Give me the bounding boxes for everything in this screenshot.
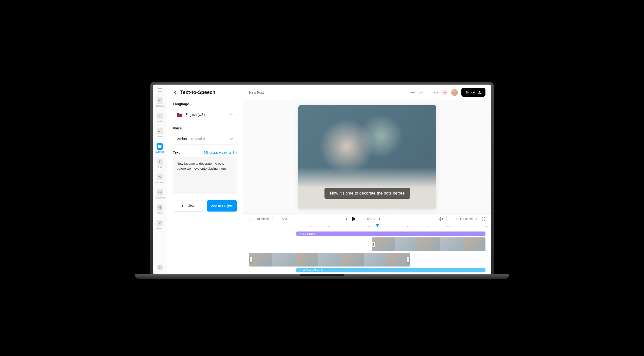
sidebar-item-media[interactable]: Media [156,113,163,122]
add-to-project-button[interactable]: Add to Project [207,200,237,212]
text-icon: T [156,158,163,165]
project-title[interactable]: New Post [249,90,264,94]
topbar: New Post Invite SK Export [243,85,491,100]
user-avatar[interactable] [451,89,458,96]
svg-rect-11 [303,233,306,235]
ruler-tick: 35 [387,225,390,228]
skip-back-button[interactable] [344,218,347,220]
filters-icon [156,204,163,211]
preview-area: Now it's time to decorate the pots befor… [243,100,491,214]
ruler-tick: 5 [269,225,270,228]
undo-button[interactable] [411,91,416,94]
collaborator-avatar[interactable]: SK [442,89,448,95]
split-button[interactable]: Split [277,217,287,221]
sidebar-item-transitions[interactable]: Transitions [154,189,165,199]
plus-icon: + [249,217,253,221]
sidebar-item-audio[interactable]: Audio [156,128,163,138]
ruler-tick: 60 [486,225,488,228]
language-dropdown[interactable]: English (US) [173,109,237,120]
pencil-icon [156,220,163,226]
video-clip-2[interactable] [372,237,486,251]
ruler-tick: 25 [348,225,350,228]
ruler-tick: 45 [426,225,429,228]
zoom-out-button[interactable]: − [450,217,454,221]
ruler-tick: 50 [446,225,448,228]
video-preview[interactable]: Now it's time to decorate the pots befor… [298,105,436,209]
svg-rect-10 [279,218,280,220]
svg-rect-5 [160,147,161,147]
ruler-tick: 10 [288,225,291,228]
ruler-tick: 55 [466,225,468,228]
chars-remaining: 768 characters remaining [204,151,237,154]
svg-rect-12 [304,234,305,234]
svg-rect-9 [277,218,278,220]
split-icon [277,217,280,221]
svg-rect-2 [158,116,161,116]
svg-rect-6 [158,176,160,177]
fullscreen-icon[interactable] [482,217,486,221]
chevron-down-icon [230,138,233,140]
us-flag-icon [177,113,182,117]
transitions-icon [156,189,163,196]
grip-icon: ⋮⋮ [298,233,302,235]
ruler-tick: 20 [328,225,330,228]
svg-rect-3 [158,145,162,148]
playhead[interactable] [377,224,378,274]
redo-button[interactable] [419,91,424,94]
export-button[interactable]: Export [461,88,486,97]
ruler-tick: 40 [407,225,409,228]
tts-text-input[interactable] [173,157,237,194]
volume-icon[interactable] [438,217,443,221]
shapes-icon [156,174,163,180]
sidebar-item-text[interactable]: T Text [156,158,163,168]
fit-to-screen-button[interactable]: Fit to Screen [456,217,473,221]
tts-track[interactable]: ⋮⋮ Text to Speech [296,268,486,272]
menu-icon[interactable] [158,89,162,91]
voice-label: Voice [173,126,237,130]
zoom-in-button[interactable]: + [475,217,478,221]
sidebar-item-draw[interactable]: Draw [156,220,163,230]
ruler-tick: 30 [367,225,370,228]
invite-button[interactable]: Invite [430,90,438,94]
timecode: 00:02:23 [360,217,375,221]
plus-icon [156,113,163,119]
subtitles-icon [156,143,163,150]
help-button[interactable]: ? [157,265,163,270]
add-media-button[interactable]: + Add Media [249,217,268,221]
panel-title: Text-to-Speech [180,89,216,95]
skip-forward-button[interactable] [379,218,382,220]
gear-icon [156,97,163,104]
upload-icon [478,91,481,94]
play-button[interactable] [351,216,356,222]
sidebar-item-elements[interactable]: Elements [155,174,164,184]
subtitle-track[interactable]: ⋮⋮ Subtitle [296,232,486,236]
clip-handle-left[interactable] [250,257,252,262]
preview-button[interactable]: Preview [173,200,204,212]
sidebar-item-filters[interactable]: Filters [156,204,163,214]
controls-bar: + Add Media Split 00:02:23 − Fit to Scre… [243,214,491,224]
music-note-icon [303,269,305,271]
left-rail: Settings Media Audio Subtitles T Text El… [153,85,167,274]
voice-dropdown[interactable]: Amber (Female) [173,133,237,144]
sidebar-item-settings[interactable]: Settings [156,97,164,107]
subtitle-icon [303,233,306,235]
language-label: Language [173,102,237,106]
caption-overlay: Now it's time to decorate the pots befor… [324,188,410,199]
text-label: Text [173,150,180,154]
sidebar-item-subtitles[interactable]: Subtitles [155,143,164,153]
grip-icon: ⋮⋮ [298,269,302,271]
timeline-ruler[interactable]: 051015202530354045505560 [249,224,486,230]
clip-handle-left[interactable] [372,242,375,247]
ruler-tick: 15 [308,225,311,228]
audio-track[interactable]: ⋮⋮ Audio ⋮⋮ [249,274,356,274]
music-note-icon [156,128,163,134]
clip-handle-right[interactable] [407,257,410,262]
tts-panel: Text-to-Speech Language English (US) Voi… [167,85,243,274]
main-area: New Post Invite SK Export Now it's time … [243,85,491,274]
chevron-down-icon [230,114,233,116]
timeline[interactable]: 051015202530354045505560 ⋮⋮ Subtitle [243,224,491,274]
svg-point-7 [160,177,161,178]
back-arrow-icon[interactable] [173,90,177,95]
svg-rect-4 [158,147,160,147]
video-clip-1[interactable] [249,253,410,267]
